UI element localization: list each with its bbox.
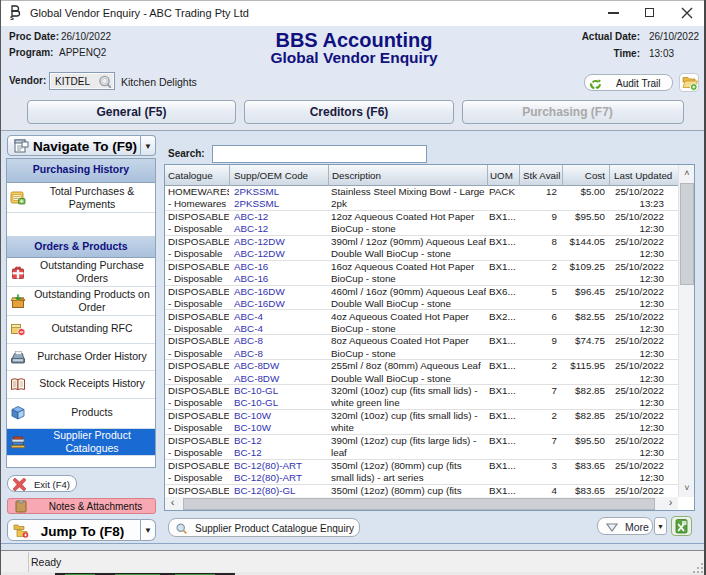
svg-text:s: s	[10, 14, 14, 21]
